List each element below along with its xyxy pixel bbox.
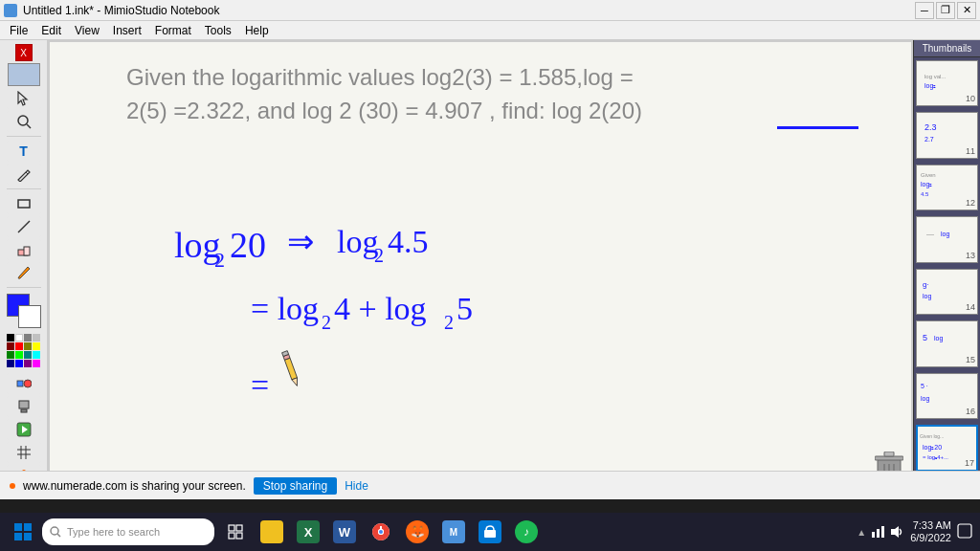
menu-edit[interactable]: Edit xyxy=(35,23,67,38)
svg-rect-71 xyxy=(14,533,22,540)
svg-rect-76 xyxy=(236,525,242,531)
background-color[interactable] xyxy=(18,305,41,328)
svg-text:= log₂4+...: = log₂4+... xyxy=(923,454,948,460)
underline-decoration xyxy=(777,126,858,129)
svg-text:⇒: ⇒ xyxy=(287,224,314,259)
thumbnail-13[interactable]: — log 13 xyxy=(916,216,978,262)
thumbnail-11[interactable]: 2.3 2.7 11 xyxy=(916,112,978,158)
grid-tool[interactable] xyxy=(7,442,41,463)
pen-tool[interactable] xyxy=(7,164,41,185)
chrome-icon[interactable] xyxy=(364,514,398,550)
taskview-button[interactable] xyxy=(218,514,253,550)
color-palette xyxy=(7,334,40,367)
window-controls[interactable]: ─ ❐ ✕ xyxy=(915,2,976,19)
windows-taskbar: Type here to search X W xyxy=(0,513,980,551)
eraser-tool[interactable] xyxy=(7,239,41,260)
file-explorer-icon[interactable] xyxy=(255,514,289,550)
color-olive[interactable] xyxy=(24,342,32,350)
thumbnail-16[interactable]: 5 · log 16 xyxy=(916,373,978,419)
menu-format[interactable]: Format xyxy=(149,23,197,38)
color-teal[interactable] xyxy=(24,351,32,359)
thumbnails-panel: Thumbnails log val... log₂ 10 2.3 2.7 11 xyxy=(913,40,980,499)
canvas-area[interactable]: Given the logarithmic values log2(3) = 1… xyxy=(48,40,913,499)
color-lime[interactable] xyxy=(15,351,23,359)
thumbnail-10[interactable]: log val... log₂ 10 xyxy=(916,60,978,106)
thumbnail-17[interactable]: Given log... log₂20 = log₂4+... 17 xyxy=(916,425,978,472)
svg-text:log: log xyxy=(921,395,929,403)
menu-file[interactable]: File xyxy=(4,23,33,38)
svg-line-3 xyxy=(26,172,28,174)
mimio-icon[interactable]: M xyxy=(436,514,471,550)
close-button[interactable]: ✕ xyxy=(957,2,976,19)
thumbnail-12[interactable]: Given log₂ 4.5 12 xyxy=(916,165,978,210)
restore-button[interactable]: ❐ xyxy=(936,2,955,19)
notification-button[interactable] xyxy=(957,523,972,540)
color-cyan[interactable] xyxy=(33,351,40,359)
svg-text:—: — xyxy=(926,230,934,238)
svg-rect-87 xyxy=(881,526,884,538)
thumb-num-17: 17 xyxy=(965,458,974,468)
thumbnail-15[interactable]: 5 log 15 xyxy=(916,320,978,366)
menu-bar: File Edit View Insert Format Tools Help xyxy=(0,21,980,40)
svg-line-74 xyxy=(57,534,60,537)
stop-sharing-button[interactable]: Stop sharing xyxy=(254,477,337,495)
text-tool[interactable]: T xyxy=(7,141,41,162)
svg-point-9 xyxy=(24,380,32,387)
network-icon xyxy=(870,524,885,540)
color-gray[interactable] xyxy=(24,334,32,342)
app-icon xyxy=(4,4,17,17)
store-icon[interactable] xyxy=(473,514,507,550)
color-magenta[interactable] xyxy=(33,360,40,367)
spotify-icon[interactable]: ♪ xyxy=(509,514,544,550)
word-icon[interactable]: W xyxy=(327,514,362,550)
whiteboard[interactable]: Given the logarithmic values log2(3) = 1… xyxy=(50,42,911,497)
start-button[interactable] xyxy=(4,514,42,550)
color-black[interactable] xyxy=(7,334,14,342)
search-placeholder: Type here to search xyxy=(67,526,160,538)
svg-text:2.7: 2.7 xyxy=(924,136,934,143)
menu-tools[interactable]: Tools xyxy=(199,23,237,38)
thumbnail-14[interactable]: g· log 14 xyxy=(916,269,978,315)
stamp-tool[interactable] xyxy=(7,396,41,417)
color-white[interactable] xyxy=(15,334,23,342)
svg-text:log: log xyxy=(934,335,943,342)
zoom-tool[interactable] xyxy=(7,111,41,132)
close-panel-button[interactable]: X xyxy=(15,44,33,61)
hide-button[interactable]: Hide xyxy=(345,479,368,493)
color-maroon[interactable] xyxy=(7,342,14,350)
select-tool[interactable] xyxy=(7,88,41,109)
svg-text:4 + log: 4 + log xyxy=(334,291,427,326)
menu-insert[interactable]: Insert xyxy=(107,23,147,38)
color-blue[interactable] xyxy=(15,360,23,367)
search-bar[interactable]: Type here to search xyxy=(42,518,214,545)
svg-text:log: log xyxy=(941,231,949,238)
minimize-button[interactable]: ─ xyxy=(915,2,934,19)
color-navy[interactable] xyxy=(7,360,14,367)
svg-rect-70 xyxy=(24,523,32,531)
menu-view[interactable]: View xyxy=(69,23,105,38)
svg-rect-84 xyxy=(484,530,496,538)
color-purple[interactable] xyxy=(24,360,32,367)
svg-text:4.5: 4.5 xyxy=(388,224,429,259)
tray-arrow[interactable]: ▲ xyxy=(857,527,866,538)
svg-text:5 ·: 5 · xyxy=(921,383,928,389)
system-tray: ▲ xyxy=(857,524,904,540)
shapes-tool[interactable] xyxy=(7,373,41,394)
color-silver[interactable] xyxy=(33,334,40,342)
media-tool[interactable] xyxy=(7,419,41,440)
thumb-num-12: 12 xyxy=(966,198,975,208)
excel-icon[interactable]: X xyxy=(291,514,325,550)
svg-text:log₂: log₂ xyxy=(921,181,932,188)
color-red[interactable] xyxy=(15,342,23,350)
fill-tool[interactable] xyxy=(7,262,41,283)
rectangle-tool[interactable] xyxy=(7,193,41,214)
line-tool[interactable] xyxy=(7,216,41,237)
svg-rect-40 xyxy=(884,452,894,456)
color-yellow[interactable] xyxy=(33,342,40,350)
svg-rect-4 xyxy=(18,200,30,208)
clock[interactable]: 7:33 AM 6/9/2022 xyxy=(910,519,951,544)
svg-text:2: 2 xyxy=(374,245,384,266)
menu-help[interactable]: Help xyxy=(239,23,275,38)
color-green[interactable] xyxy=(7,351,14,359)
firefox-icon[interactable]: 🦊 xyxy=(400,514,434,550)
